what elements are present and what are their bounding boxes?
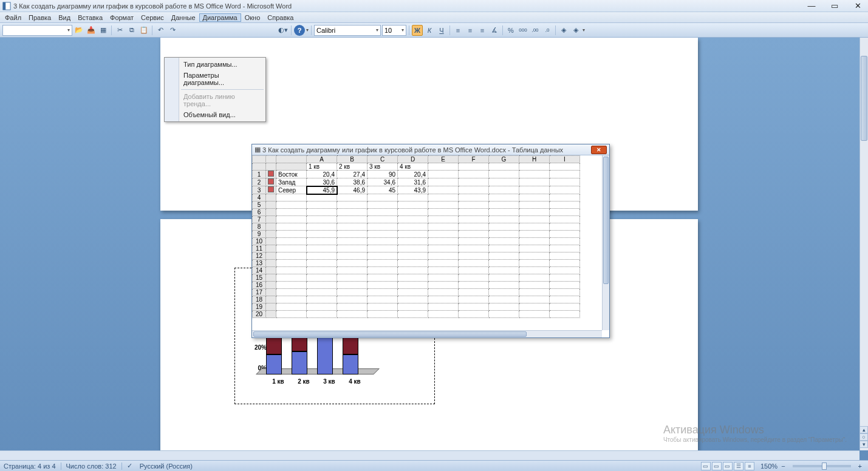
menu-формат[interactable]: Формат — [106, 13, 137, 22]
decrease-decimal-icon[interactable]: ,0 — [542, 25, 553, 36]
menu-bar: ФайлПравкаВидВставкаФорматСервисДанныеДи… — [0, 12, 868, 23]
datasheet-icon[interactable]: ▦ — [98, 25, 109, 36]
menu-файл[interactable]: Файл — [1, 13, 25, 22]
datasheet-grid[interactable]: ABCDEFGHI1 кв2 кв3 кв4 кв1Восток20,427,4… — [252, 155, 580, 318]
help-icon[interactable]: ? — [294, 25, 305, 36]
datasheet-icon: ▦ — [255, 146, 262, 154]
next-page-button[interactable]: ▾ — [859, 441, 868, 448]
word-doc-icon — [2, 2, 11, 10]
datasheet-window[interactable]: ▦ 3 Как создать диаграмму или график в к… — [251, 144, 610, 338]
import-icon[interactable]: 📥 — [86, 25, 97, 36]
font-size-combo[interactable]: 10▾ — [382, 25, 406, 36]
menu-item[interactable]: Тип диаграммы... — [165, 59, 265, 70]
view-print-layout-icon[interactable]: ▭ — [701, 462, 711, 470]
redo-icon[interactable]: ↷ — [167, 25, 178, 36]
window-title: 3 Как создать диаграмму или график в кур… — [13, 2, 796, 10]
horizontal-scrollbar[interactable] — [0, 450, 859, 460]
view-fullscreen-icon[interactable]: ▭ — [712, 462, 722, 470]
zoom-in-button[interactable]: + — [856, 463, 864, 470]
cut-icon[interactable]: ✂ — [114, 25, 125, 36]
menu-сервис[interactable]: Сервис — [137, 13, 168, 22]
datasheet-hscroll[interactable] — [252, 330, 602, 337]
diagram-menu-dropdown: Тип диаграммы...Параметры диаграммы...До… — [164, 57, 266, 122]
italic-button[interactable]: К — [424, 25, 435, 36]
menu-окно[interactable]: Окно — [241, 13, 264, 22]
datasheet-close-button[interactable]: ✕ — [591, 146, 607, 154]
menu-диаграмма[interactable]: Диаграмма — [199, 13, 241, 22]
percent-icon[interactable]: % — [505, 25, 516, 36]
document-workspace: 0%20%40%60%80% 1 кв2 кв3 кв4 кв СеверЗап… — [0, 38, 868, 460]
datasheet-title: 3 Как создать диаграмму или график в кур… — [262, 146, 563, 154]
menu-item[interactable]: Объемный вид... — [165, 109, 265, 120]
page-indicator[interactable]: Страница: 4 из 4 — [4, 463, 56, 470]
increase-decimal-icon[interactable]: ,00 — [530, 25, 541, 36]
menu-правка[interactable]: Правка — [25, 13, 55, 22]
align-left-icon[interactable]: ≡ — [453, 25, 463, 36]
toolbar: ▾ 📂 📥 ▦ ✂ ⧉ 📋 ↶ ↷ ◐▾ ? ▾ Calibri▾ 10▾ Ж … — [0, 23, 868, 38]
align-right-icon[interactable]: ≡ — [477, 25, 488, 36]
vertical-scrollbar[interactable] — [859, 38, 868, 450]
misc-icon-2[interactable]: ◈ — [570, 25, 581, 36]
font-combo[interactable]: Calibri▾ — [314, 25, 381, 36]
datasheet-vscroll[interactable] — [602, 155, 609, 330]
menu-вставка[interactable]: Вставка — [74, 13, 106, 22]
title-bar: 3 Как создать диаграмму или график в кур… — [0, 0, 868, 12]
undo-icon[interactable]: ↶ — [155, 25, 166, 36]
menu-справка[interactable]: Справка — [264, 13, 297, 22]
menu-данные[interactable]: Данные — [168, 13, 199, 22]
menu-item[interactable]: Параметры диаграммы... — [165, 70, 265, 88]
align-center-icon[interactable]: ≡ — [465, 25, 476, 36]
fill-color-icon[interactable]: ◐▾ — [278, 25, 289, 36]
browse-object-button[interactable]: ○ — [859, 433, 868, 441]
svg-rect-1 — [3, 2, 5, 9]
misc-icon-1[interactable]: ◈ — [558, 25, 569, 36]
menu-item: Добавить линию тренда... — [165, 91, 265, 109]
view-outline-icon[interactable]: ☰ — [734, 462, 743, 470]
proofing-icon[interactable]: ✓ — [127, 462, 132, 470]
zoom-level[interactable]: 150% — [760, 463, 777, 470]
prev-page-button[interactable]: ▴ — [859, 426, 868, 433]
element-selector-combo[interactable]: ▾ — [2, 25, 72, 36]
open-icon[interactable]: 📂 — [73, 25, 84, 36]
maximize-button[interactable]: ▭ — [827, 1, 842, 10]
copy-icon[interactable]: ⧉ — [126, 25, 137, 36]
underline-button[interactable]: Ч — [436, 25, 447, 36]
word-count[interactable]: Число слов: 312 — [66, 463, 117, 470]
language-indicator[interactable]: Русский (Россия) — [140, 463, 193, 470]
minimize-button[interactable]: — — [804, 1, 819, 10]
view-draft-icon[interactable]: ≡ — [745, 462, 754, 470]
status-bar: Страница: 4 из 4 Число слов: 312 ✓ Русск… — [0, 460, 868, 471]
view-web-icon[interactable]: ▭ — [723, 462, 733, 470]
paste-icon[interactable]: 📋 — [138, 25, 149, 36]
thousands-icon[interactable]: 000 — [518, 25, 528, 36]
datasheet-titlebar[interactable]: ▦ 3 Как создать диаграмму или график в к… — [252, 144, 609, 155]
close-button[interactable]: ✕ — [850, 1, 866, 10]
menu-вид[interactable]: Вид — [55, 13, 74, 22]
zoom-slider[interactable] — [793, 465, 851, 467]
zoom-out-button[interactable]: − — [779, 463, 787, 470]
text-angle-icon[interactable]: ∡ — [489, 25, 500, 36]
bold-button[interactable]: Ж — [412, 25, 423, 36]
